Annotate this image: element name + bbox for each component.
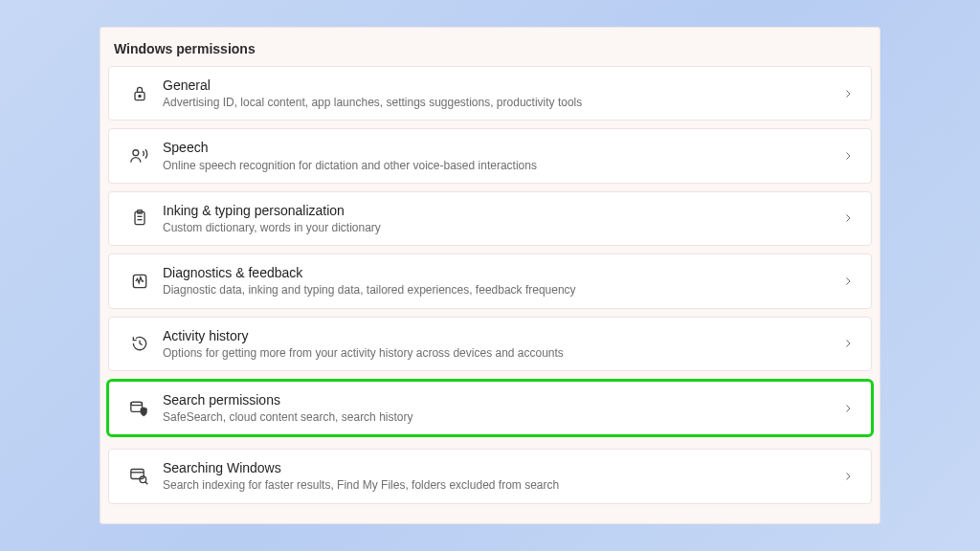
row-diagnostics-feedback[interactable]: Diagnostics & feedback Diagnostic data, … xyxy=(108,253,872,308)
row-text: Speech Online speech recognition for dic… xyxy=(157,139,842,172)
row-search-permissions[interactable]: Search permissions SafeSearch, cloud con… xyxy=(108,381,872,435)
row-desc: Advertising ID, local content, app launc… xyxy=(163,95,842,110)
row-text: Activity history Options for getting mor… xyxy=(157,327,842,361)
row-desc: Diagnostic data, inking and typing data,… xyxy=(163,282,842,298)
row-title: Inking & typing personalization xyxy=(163,202,842,219)
row-title: Diagnostics & feedback xyxy=(163,264,842,281)
lock-icon xyxy=(122,84,157,103)
history-icon xyxy=(122,334,157,353)
search-shield-icon xyxy=(122,399,157,418)
svg-rect-10 xyxy=(131,469,144,478)
chevron-right-icon xyxy=(842,88,854,99)
svg-point-1 xyxy=(139,95,141,97)
search-windows-icon xyxy=(122,467,157,486)
row-text: Search permissions SafeSearch, cloud con… xyxy=(157,391,842,425)
row-inking-typing[interactable]: Inking & typing personalization Custom d… xyxy=(108,191,872,246)
chevron-right-icon xyxy=(842,471,854,482)
row-text: Searching Windows Search indexing for fa… xyxy=(157,459,842,493)
row-desc: Search indexing for faster results, Find… xyxy=(163,477,842,493)
row-text: Inking & typing personalization Custom d… xyxy=(157,202,842,235)
row-searching-windows[interactable]: Searching Windows Search indexing for fa… xyxy=(108,449,872,503)
row-desc: Custom dictionary, words in your diction… xyxy=(163,220,842,235)
svg-point-12 xyxy=(140,476,146,483)
svg-line-13 xyxy=(145,482,148,485)
row-activity-history[interactable]: Activity history Options for getting mor… xyxy=(108,317,872,371)
clipboard-icon xyxy=(122,209,157,228)
svg-point-2 xyxy=(133,150,139,156)
row-desc: SafeSearch, cloud content search, search… xyxy=(163,409,842,425)
row-text: Diagnostics & feedback Diagnostic data, … xyxy=(157,264,842,298)
chevron-right-icon xyxy=(842,403,854,414)
row-title: Searching Windows xyxy=(163,459,842,476)
chevron-right-icon xyxy=(842,276,854,287)
chevron-right-icon xyxy=(842,338,854,349)
chevron-right-icon xyxy=(842,150,854,162)
row-speech[interactable]: Speech Online speech recognition for dic… xyxy=(108,128,872,183)
row-title: Activity history xyxy=(163,327,842,344)
svg-rect-9 xyxy=(131,402,143,405)
chevron-right-icon xyxy=(842,212,854,224)
row-title: Search permissions xyxy=(163,391,842,408)
windows-permissions-panel: Windows permissions General Advertising … xyxy=(100,27,880,524)
speech-icon xyxy=(122,146,157,165)
row-desc: Options for getting more from your activ… xyxy=(163,345,842,361)
row-title: General xyxy=(163,77,842,94)
row-title: Speech xyxy=(163,139,842,156)
row-text: General Advertising ID, local content, a… xyxy=(157,77,842,110)
diagnostics-icon xyxy=(122,272,157,291)
row-desc: Online speech recognition for dictation … xyxy=(163,158,842,173)
section-title: Windows permissions xyxy=(108,35,872,66)
row-general[interactable]: General Advertising ID, local content, a… xyxy=(108,66,872,121)
